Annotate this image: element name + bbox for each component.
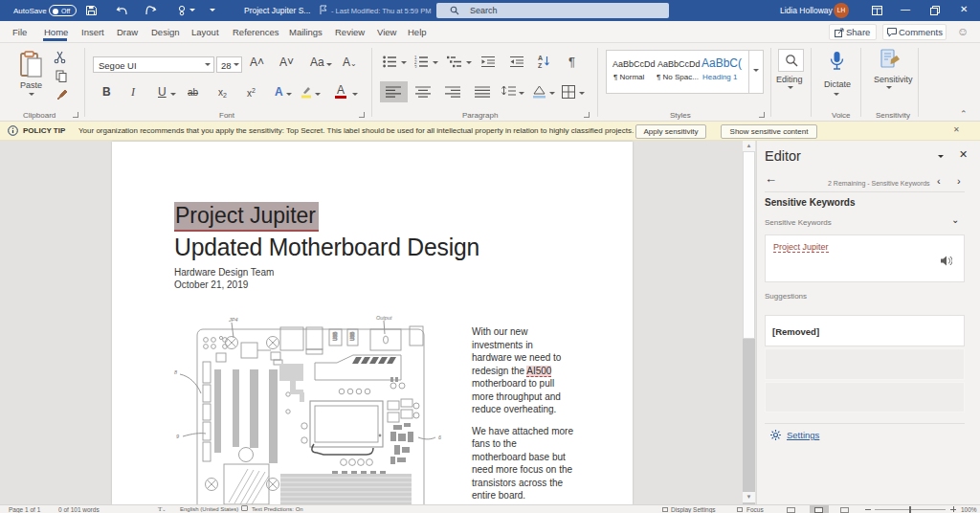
svg-text:3: 3 xyxy=(414,65,417,69)
svg-text:8: 8 xyxy=(174,369,178,375)
svg-text:A: A xyxy=(538,55,543,61)
svg-text:Output: Output xyxy=(376,315,392,321)
svg-text:9: 9 xyxy=(176,434,179,439)
svg-text:USB: USB xyxy=(333,332,338,341)
svg-text:6: 6 xyxy=(438,435,442,440)
svg-text:JP4: JP4 xyxy=(228,317,237,323)
svg-text:USB: USB xyxy=(350,332,355,341)
svg-text:Z: Z xyxy=(538,62,543,68)
